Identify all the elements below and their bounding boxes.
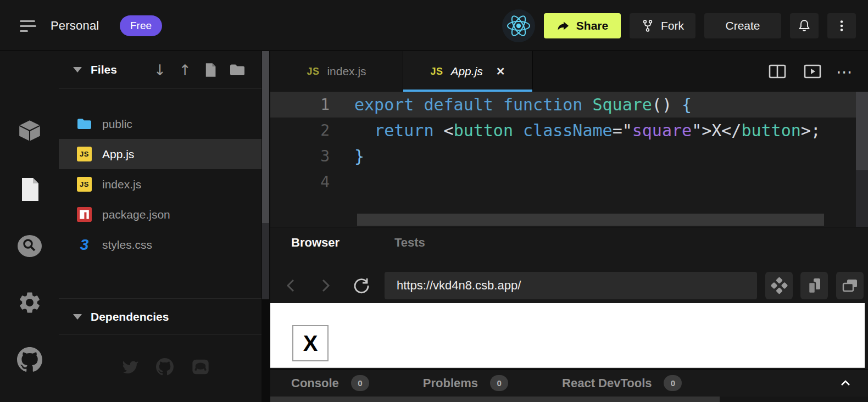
sidebar-item-explorer[interactable] — [0, 175, 59, 204]
file-name: public — [102, 118, 132, 131]
forward-icon[interactable] — [316, 275, 334, 297]
create-button[interactable]: Create — [704, 13, 781, 38]
files-scrollbar[interactable] — [262, 51, 269, 299]
sidebar-item-settings[interactable] — [0, 288, 59, 317]
new-file-icon[interactable] — [204, 63, 217, 77]
more-options-button[interactable] — [827, 13, 856, 38]
console-tab[interactable]: Console 0 — [291, 375, 369, 391]
discord-icon[interactable] — [192, 358, 209, 376]
split-view-button[interactable] — [768, 51, 787, 92]
browser-tabs: Browser Tests — [270, 227, 868, 258]
github-footer-icon[interactable] — [156, 358, 174, 376]
file-name: package.json — [102, 208, 170, 221]
duplicate-pane-button[interactable] — [800, 272, 828, 299]
cube-icon — [17, 118, 42, 143]
notifications-button[interactable] — [790, 13, 819, 38]
new-folder-icon[interactable] — [230, 63, 245, 76]
close-tab-icon[interactable]: ✕ — [496, 65, 505, 78]
file-name: index.js — [102, 178, 141, 191]
windows-icon — [841, 276, 859, 295]
tab-tests[interactable]: Tests — [394, 236, 425, 250]
folder-icon — [77, 118, 92, 130]
split-view-icon — [768, 63, 787, 80]
problems-count-badge: 0 — [490, 375, 508, 391]
fork-button[interactable]: Fork — [630, 13, 695, 38]
share-button[interactable]: Share — [544, 13, 621, 38]
download-icon[interactable]: ↓ — [154, 63, 166, 77]
file-row-public[interactable]: public — [59, 109, 261, 139]
editor-vertical-scrollbar[interactable] — [856, 92, 868, 227]
react-logo-avatar[interactable] — [502, 9, 535, 42]
file-row-stylescss[interactable]: 3 styles.css — [59, 230, 261, 260]
sidebar-item-search[interactable] — [0, 232, 59, 260]
code-line[interactable]: 3} — [270, 143, 868, 169]
workspace-name[interactable]: Personal — [51, 0, 99, 51]
files-panel: Files ↓ ↑ public — [59, 51, 261, 402]
dependencies-section[interactable]: Dependencies — [59, 298, 261, 335]
js-file-icon: JS — [77, 177, 92, 192]
sidebar-item-github[interactable] — [0, 345, 59, 374]
editor-more-button[interactable]: ⋯ — [836, 51, 853, 92]
expand-devtools-button[interactable] — [838, 369, 853, 397]
problems-tab[interactable]: Problems 0 — [423, 375, 508, 391]
github-icon — [17, 347, 42, 372]
share-label: Share — [576, 19, 608, 32]
tab-label: App.js — [450, 65, 482, 78]
devtools-bar: Console 0 Problems 0 React DevTools 0 — [270, 369, 868, 397]
line-number: 1 — [270, 96, 330, 114]
preview-toggle-button[interactable] — [803, 51, 822, 92]
react-devtools-tab[interactable]: React DevTools 0 — [562, 375, 682, 391]
editor-scrollbar-thumb[interactable] — [856, 92, 868, 170]
file-list: public JS App.js JS index.js package.jso… — [59, 109, 261, 260]
editor-horizontal-scrollbar[interactable] — [357, 214, 824, 226]
js-tab-icon: JS — [307, 66, 319, 77]
refresh-icon[interactable] — [352, 276, 371, 295]
diamonds-icon — [770, 276, 788, 295]
tab-browser[interactable]: Browser — [291, 236, 340, 250]
hamburger-menu-icon[interactable] — [20, 20, 37, 31]
code-line[interactable]: 1export default function Square() { — [270, 92, 856, 118]
open-new-window-button[interactable] — [836, 272, 864, 299]
back-icon[interactable] — [282, 275, 300, 297]
tab-indexjs[interactable]: JS index.js — [270, 51, 403, 92]
plan-badge[interactable]: Free — [120, 15, 162, 36]
file-row-indexjs[interactable]: JS index.js — [59, 169, 261, 199]
tab-appjs[interactable]: JS App.js ✕ — [403, 51, 533, 92]
code-line[interactable]: 4 — [270, 169, 868, 195]
files-title: Files — [91, 63, 117, 76]
file-row-appjs[interactable]: JS App.js — [59, 139, 261, 169]
preview-actions-button[interactable] — [765, 272, 793, 299]
code-text: export default function Square() { — [354, 95, 692, 114]
kebab-menu-icon — [834, 19, 849, 33]
code-line[interactable]: 2 return <button className="square">X</b… — [270, 118, 868, 143]
chevron-down-icon[interactable] — [73, 67, 82, 72]
browser-panel: Browser Tests — [270, 227, 868, 402]
create-label: Create — [725, 19, 760, 32]
js-file-icon: JS — [77, 147, 92, 161]
header: Personal Free Share — [0, 0, 868, 51]
files-scrollbar-thumb[interactable] — [262, 51, 269, 223]
codesandbox-app: Personal Free Share — [0, 0, 868, 402]
sidebar-item-sandbox[interactable] — [0, 116, 59, 145]
file-icon — [18, 177, 41, 202]
editor-tab-bar: JS index.js JS App.js ✕ ⋯ — [270, 51, 868, 92]
devtools-scrollbar-thumb[interactable] — [270, 397, 720, 402]
twitter-icon[interactable] — [121, 358, 138, 376]
search-icon — [16, 234, 43, 258]
browser-preview: X — [270, 303, 865, 368]
preview-square-button[interactable]: X — [292, 325, 329, 361]
url-input[interactable] — [385, 272, 757, 299]
react-devtools-count-badge: 0 — [664, 375, 682, 391]
fork-label: Fork — [661, 19, 684, 32]
console-count-badge: 0 — [351, 375, 369, 391]
devtools-horizontal-scrollbar[interactable] — [270, 397, 868, 402]
upload-icon[interactable]: ↑ — [179, 63, 191, 77]
file-row-packagejson[interactable]: package.json — [59, 199, 261, 230]
file-name: App.js — [102, 148, 134, 161]
files-header: Files ↓ ↑ — [59, 51, 261, 89]
react-devtools-label: React DevTools — [562, 376, 652, 390]
react-logo-icon — [507, 14, 531, 38]
npm-file-icon — [77, 207, 92, 222]
fork-icon — [641, 19, 654, 32]
code-text: return <button className="square">X</but… — [354, 121, 821, 140]
